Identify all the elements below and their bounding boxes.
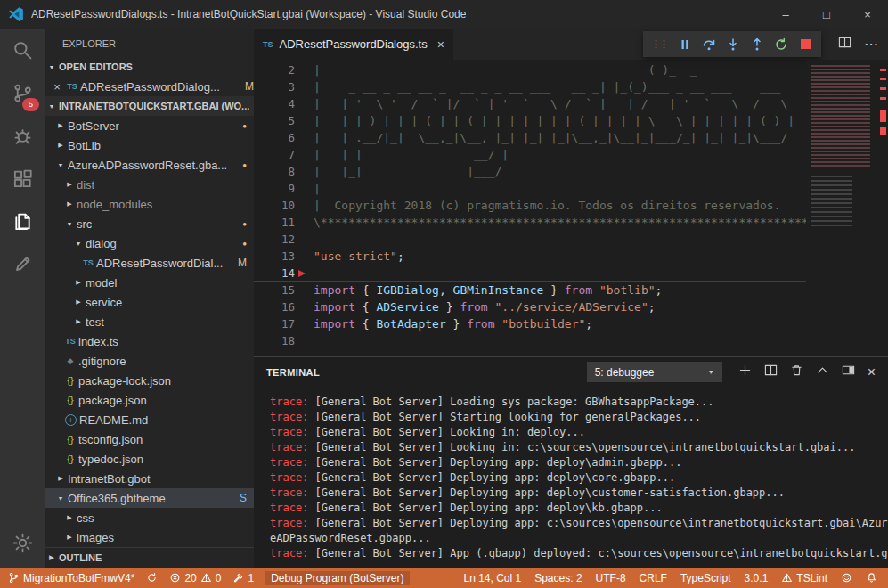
code-text: | | '_ \ '__/ _` |/ _` | '_ ` _ \ / _` |… (314, 97, 864, 110)
encoding-status[interactable]: UTF-8 (596, 572, 626, 584)
outline-header[interactable]: ▶ OUTLINE (45, 548, 254, 568)
chevron-down-icon: ▼ (708, 369, 714, 375)
error-mark (880, 78, 886, 80)
close-button[interactable]: × (847, 0, 888, 29)
feedback-button[interactable] (841, 572, 852, 584)
terminal-tab[interactable]: TERMINAL (266, 367, 320, 378)
tree-item--gitignore[interactable]: ◆.gitignore (45, 351, 254, 371)
tasks-status[interactable]: 1 (232, 572, 254, 584)
tree-item-tsconfig-json[interactable]: {}tsconfig.json (45, 429, 254, 449)
tree-item-package-json[interactable]: {}package.json (45, 390, 254, 410)
activity-extensions[interactable] (0, 157, 45, 200)
chevron-down-icon: ▼ (71, 241, 86, 247)
line-number: 11 (254, 216, 314, 229)
split-terminal-button[interactable] (764, 363, 778, 380)
stop-button[interactable] (797, 37, 813, 53)
tree-item-typedoc-json[interactable]: {}typedoc.json (45, 449, 254, 469)
language-status[interactable]: TypeScript (680, 572, 731, 584)
tree-item-service[interactable]: ▶service (45, 292, 254, 312)
tree-item-adresetpassworddial-[interactable]: TSADResetPasswordDial...M (45, 253, 254, 273)
tree-item-index-ts[interactable]: TSindex.ts (45, 331, 254, 351)
code-line: 2| ( )_ _ | (254, 61, 806, 78)
move-panel-button[interactable] (842, 363, 855, 380)
panel-icon (842, 363, 855, 377)
new-terminal-button[interactable] (738, 363, 752, 380)
info-file-icon: i (65, 414, 77, 426)
tree-item-node-modules[interactable]: ▶node_modules (45, 194, 254, 214)
notifications-button[interactable] (866, 572, 877, 584)
line-number: 18 (254, 334, 314, 347)
pause-button[interactable] (677, 37, 693, 53)
tree-item-package-lock-json[interactable]: {}package-lock.json (45, 371, 254, 390)
tree-item-label: package-lock.json (78, 374, 171, 388)
tree-item-botlib[interactable]: ▶BotLib (45, 135, 254, 155)
git-branch-icon (8, 572, 20, 584)
tree-item-test[interactable]: ▶test (45, 312, 254, 331)
close-tab-icon[interactable]: × (437, 37, 444, 52)
chevron-right-icon: ▶ (62, 514, 77, 521)
more-actions-button[interactable]: ⋯ (864, 36, 879, 53)
minimap[interactable] (806, 60, 877, 356)
restart-button[interactable] (773, 37, 789, 53)
json-file-icon: {} (62, 395, 78, 405)
tree-item-model[interactable]: ▶model (45, 273, 254, 292)
minimize-button[interactable]: – (765, 0, 806, 29)
close-panel-button[interactable]: × (868, 366, 876, 379)
tree-item-dialog[interactable]: ▼dialog● (45, 233, 254, 253)
open-editor-item[interactable]: × TS ADResetPasswordDialog... M (45, 77, 254, 96)
step-into-button[interactable] (725, 37, 741, 53)
tab-bar: TS ADResetPasswordDialogs.ts × ⋮⋮ (254, 29, 888, 60)
activity-debug[interactable] (0, 114, 45, 157)
maximize-panel-button[interactable] (816, 363, 829, 380)
activity-edit[interactable] (0, 242, 45, 285)
terminal-line: trace: [General Bot Server] Starting loo… (270, 410, 888, 425)
maximize-button[interactable]: □ (806, 0, 847, 29)
activity-search[interactable] (0, 29, 45, 71)
activity-source-control[interactable]: 5 (0, 71, 45, 114)
error-icon (169, 572, 181, 584)
bell-icon (866, 572, 877, 584)
tree-item-azureadpasswordreset-gba-[interactable]: ▼AzureADPasswordReset.gba...● (45, 155, 254, 175)
line-number: 8 (254, 165, 314, 178)
indentation-status[interactable]: Spaces: 2 (534, 572, 582, 584)
step-out-button[interactable] (749, 37, 765, 53)
sync-button[interactable] (146, 572, 158, 584)
close-editor-icon[interactable]: × (50, 80, 64, 94)
workspace-label: INTRANETBOTQUICKSTART.GBAI (WO... (59, 101, 249, 111)
problems-status[interactable]: 20 0 (169, 572, 221, 584)
tree-item-intranetbot-gbot[interactable]: ▶IntranetBot.gbot (45, 469, 254, 488)
tree-item-office365-gbtheme[interactable]: ▼Office365.gbthemeS (45, 488, 254, 508)
tree-item-css[interactable]: ▶css (45, 508, 254, 527)
workspace-header[interactable]: ▼ INTRANETBOTQUICKSTART.GBAI (WO... (45, 96, 254, 116)
tab-adresetpassworddialogs[interactable]: TS ADResetPasswordDialogs.ts × (254, 29, 453, 60)
split-editor-button[interactable] (838, 36, 851, 53)
tree-item-label: .gitignore (78, 355, 126, 368)
kill-terminal-button[interactable] (790, 363, 803, 380)
terminal-selector[interactable]: 5: debuggee ▼ (587, 362, 722, 382)
cursor-position[interactable]: Ln 14, Col 1 (463, 572, 521, 584)
eol-status[interactable]: CRLF (640, 572, 667, 584)
open-editors-header[interactable]: ▼ OPEN EDITORS (45, 57, 254, 77)
terminal-line: trace: [General Bot Server] Deploying ap… (270, 516, 888, 531)
tree-item-images[interactable]: ▶images (45, 527, 254, 547)
ts-version-status[interactable]: 3.0.1 (745, 572, 769, 584)
tree-item-botserver[interactable]: ▶BotServer● (45, 116, 254, 135)
tslint-status[interactable]: TSLint (781, 572, 827, 584)
trash-icon (790, 363, 803, 377)
activity-files[interactable] (0, 200, 45, 242)
tree-item-dist[interactable]: ▶dist (45, 175, 254, 194)
terminal-line: trace: [General Bot Server] Deploying ap… (270, 455, 888, 470)
terminal-output[interactable]: trace: [General Bot Server] Loading sys … (270, 395, 888, 566)
terminal-line: trace: [General Bot Server] Loading sys … (270, 395, 888, 410)
debug-target[interactable]: Debug Program (BotServer) (265, 571, 409, 585)
step-over-button[interactable] (701, 37, 717, 53)
tree-item-readme-md[interactable]: iREADME.md (45, 410, 254, 429)
settings-gear[interactable] (0, 525, 45, 560)
error-count: 20 (184, 572, 196, 584)
chevron-right-icon: ▶ (71, 298, 86, 306)
drag-handle-icon[interactable]: ⋮⋮ (651, 38, 667, 50)
tree-item-label: ADResetPasswordDial... (96, 257, 223, 270)
code-editor[interactable]: 2| ( )_ _ |3| _ __ _ __ __ _ __ _ _ __ _… (254, 60, 888, 356)
git-branch-status[interactable]: MigrationToBotFmwV4* (8, 572, 134, 584)
tree-item-src[interactable]: ▼src● (45, 214, 254, 233)
